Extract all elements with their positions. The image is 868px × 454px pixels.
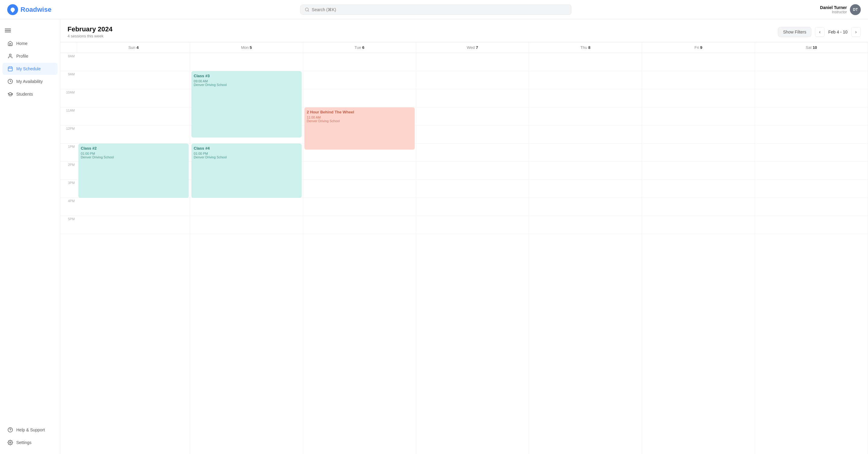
time-slot-8AM: 8AM — [60, 53, 77, 71]
calendar-grid: Sun 4 Mon 5 Tue 6 Wed 7 Thu 8 — [60, 42, 868, 454]
day-num-tue: 6 — [362, 45, 364, 50]
slot-day6-3PM — [755, 180, 868, 198]
slot-day0-11AM — [77, 107, 190, 125]
show-filters-button[interactable]: Show Filters — [778, 27, 811, 37]
search-input[interactable] — [312, 7, 567, 12]
slot-day6-11AM — [755, 107, 868, 125]
day-name-sun: Sun — [128, 45, 136, 50]
slot-day2-5PM — [303, 216, 416, 234]
user-name-block: Daniel Turner Instructor — [820, 5, 847, 14]
day-num-fri: 9 — [700, 45, 702, 50]
time-slot-1PM: 1PM — [60, 144, 77, 162]
next-week-button[interactable]: › — [851, 27, 861, 37]
time-slot-5PM: 5PM — [60, 216, 77, 234]
week-range-label: Feb 4 - 10 — [828, 30, 847, 34]
search-icon — [305, 7, 310, 12]
sidebar-nav: Home Profile My Schedule My Availability… — [0, 37, 60, 101]
slot-day4-1PM — [529, 144, 642, 162]
slot-day5-5PM — [642, 216, 755, 234]
day-header-sat: Sat 10 — [755, 42, 868, 53]
time-slot-4PM: 4PM — [60, 198, 77, 216]
slot-day2-10AM — [303, 89, 416, 107]
sidebar-settings-label: Settings — [16, 440, 32, 445]
slot-day0-10AM — [77, 89, 190, 107]
svg-point-2 — [9, 54, 11, 56]
sidebar-item-my-schedule[interactable]: My Schedule — [2, 63, 58, 75]
sidebar-item-home[interactable]: Home — [2, 37, 58, 50]
sidebar: Home Profile My Schedule My Availability… — [0, 19, 60, 454]
user-role: Instructor — [820, 10, 847, 14]
main-layout: Home Profile My Schedule My Availability… — [0, 19, 868, 454]
day-name-thu: Thu — [581, 45, 588, 50]
sidebar-item-profile[interactable]: Profile — [2, 50, 58, 62]
day-name-sat: Sat — [806, 45, 812, 50]
slot-day5-11AM — [642, 107, 755, 125]
slot-day0-9AM — [77, 71, 190, 89]
slot-day5-1PM — [642, 144, 755, 162]
clock-icon — [7, 79, 13, 84]
event-behind-wheel[interactable]: 2 Hour Behind The Wheel 11:00 AM Denver … — [304, 107, 415, 150]
day-header-fri: Fri 9 — [642, 42, 755, 53]
slot-day0-8AM — [77, 53, 190, 71]
menu-toggle-button[interactable] — [0, 24, 60, 37]
settings-icon — [7, 439, 13, 446]
slot-day3-4PM — [416, 198, 529, 216]
slot-day2-2PM — [303, 162, 416, 180]
svg-line-1 — [308, 10, 309, 11]
slot-day3-10AM — [416, 89, 529, 107]
calendar-header: February 2024 4 sessions this week Show … — [60, 19, 868, 42]
time-slot-2PM: 2PM — [60, 162, 77, 180]
slot-day6-8AM — [755, 53, 868, 71]
event-title-class4: Class #4 — [194, 146, 299, 150]
slot-day6-9AM — [755, 71, 868, 89]
day-col-4 — [529, 53, 642, 454]
day-name-fri: Fri — [694, 45, 700, 50]
day-header-mon: Mon 5 — [190, 42, 303, 53]
logo: Roadwise — [7, 4, 52, 15]
logo-text: Roadwise — [21, 6, 52, 13]
svg-point-10 — [10, 442, 11, 444]
event-time-class2: 01:00 PM — [81, 152, 186, 155]
event-class4[interactable]: Class #4 01:00 PM Denver Driving School — [191, 144, 302, 198]
time-column: 8AM9AM10AM11AM12PM1PM2PM3PM4PM5PM — [60, 53, 77, 454]
sidebar-item-help[interactable]: Help & Support — [2, 424, 58, 436]
slot-day6-1PM — [755, 144, 868, 162]
slot-day5-9AM — [642, 71, 755, 89]
sidebar-item-students[interactable]: Students — [2, 88, 58, 100]
user-info: Daniel Turner Instructor DT — [820, 4, 861, 15]
slot-day5-3PM — [642, 180, 755, 198]
calendar-title: February 2024 4 sessions this week — [67, 25, 113, 38]
slot-day4-8AM — [529, 53, 642, 71]
day-num-sun: 4 — [136, 45, 138, 50]
slot-day6-4PM — [755, 198, 868, 216]
event-title-class3: Class #3 — [194, 74, 299, 78]
sidebar-label-home: Home — [16, 41, 27, 46]
slot-day4-5PM — [529, 216, 642, 234]
event-class3[interactable]: Class #3 09:00 AM Denver Driving School — [191, 71, 302, 138]
day-name-wed: Wed — [467, 45, 476, 50]
slot-day0-5PM — [77, 216, 190, 234]
slot-day4-2PM — [529, 162, 642, 180]
sessions-label: 4 sessions this week — [67, 34, 113, 38]
slot-day6-10AM — [755, 89, 868, 107]
day-num-mon: 5 — [250, 45, 252, 50]
prev-week-button[interactable]: ‹ — [815, 27, 825, 37]
slot-day2-9AM — [303, 71, 416, 89]
slot-day3-3PM — [416, 180, 529, 198]
sidebar-bottom: Help & Support Settings — [0, 423, 60, 449]
sidebar-item-settings[interactable]: Settings — [2, 436, 58, 449]
day-col-5 — [642, 53, 755, 454]
day-name-tue: Tue — [354, 45, 362, 50]
event-title-behind-wheel: 2 Hour Behind The Wheel — [307, 110, 412, 114]
event-class2[interactable]: Class #2 01:00 PM Denver Driving School — [79, 144, 189, 198]
day-headers-row: Sun 4 Mon 5 Tue 6 Wed 7 Thu 8 — [60, 42, 868, 53]
search-bar[interactable] — [300, 4, 571, 15]
slot-day5-10AM — [642, 89, 755, 107]
day-header-wed: Wed 7 — [416, 42, 529, 53]
slot-day5-8AM — [642, 53, 755, 71]
sidebar-item-my-availability[interactable]: My Availability — [2, 76, 58, 87]
sidebar-label-my-availability: My Availability — [16, 79, 43, 84]
time-slot-11AM: 11AM — [60, 107, 77, 125]
sidebar-label-students: Students — [16, 92, 33, 96]
slot-day1-8AM — [190, 53, 303, 71]
